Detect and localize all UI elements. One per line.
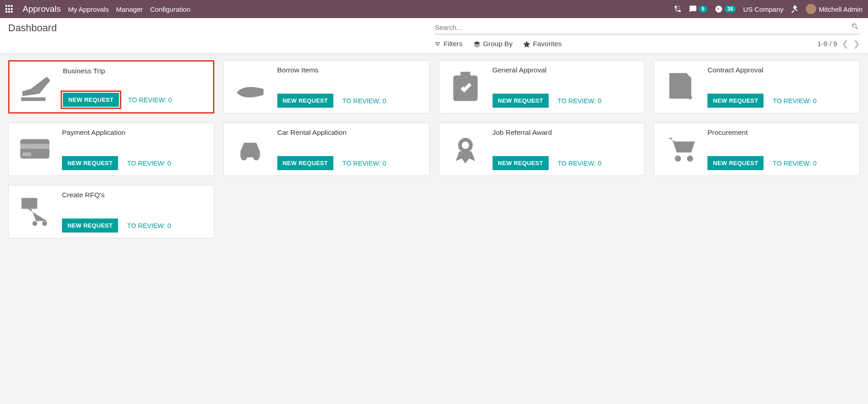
card-title: Create RFQ's [62, 191, 209, 199]
avatar [806, 4, 816, 14]
top-navbar: Approvals My Approvals Manager Configura… [0, 0, 868, 18]
rfq-icon [14, 190, 56, 233]
filter-group: Filters Group By Favorites [434, 40, 562, 48]
new-request-button[interactable]: NEW REQUEST [277, 94, 333, 108]
discuss-badge: 5 [699, 5, 707, 13]
page-title: Dashboard [8, 22, 57, 34]
card-title: Procurement [707, 128, 854, 137]
to-review-link[interactable]: TO REVIEW: 0 [342, 160, 386, 167]
app-name[interactable]: Approvals [23, 4, 61, 14]
card-title: Borrow Items [277, 66, 424, 74]
cart-icon [659, 128, 701, 170]
favorites-dropdown[interactable]: Favorites [523, 40, 562, 48]
discuss-icon[interactable]: 5 [689, 5, 707, 13]
search-input[interactable] [435, 24, 852, 31]
approval-card[interactable]: Create RFQ's NEW REQUEST TO REVIEW: 0 [8, 185, 214, 238]
approval-card[interactable]: Procurement NEW REQUEST TO REVIEW: 0 [654, 123, 860, 176]
card-title: Job Referral Award [493, 128, 639, 137]
approval-card[interactable]: Car Rental Application NEW REQUEST TO RE… [223, 123, 430, 176]
pager-next-icon[interactable]: ❯ [853, 39, 860, 49]
group-by-dropdown[interactable]: Group By [474, 40, 512, 48]
new-request-button[interactable]: NEW REQUEST [707, 156, 764, 170]
approval-card[interactable]: Business Trip NEW REQUEST TO REVIEW: 0 [8, 60, 214, 114]
nav-left: Approvals My Approvals Manager Configura… [5, 4, 190, 14]
to-review-link[interactable]: TO REVIEW: 0 [773, 160, 816, 167]
company-switcher[interactable]: US Company [743, 5, 783, 13]
new-request-button[interactable]: NEW REQUEST [63, 93, 119, 107]
new-request-button[interactable]: NEW REQUEST [707, 94, 764, 108]
user-name: Mitchell Admin [819, 5, 863, 13]
debug-tools-icon[interactable] [791, 5, 799, 13]
menu-my-approvals[interactable]: My Approvals [68, 5, 109, 13]
company-name: US Company [743, 5, 783, 13]
user-menu[interactable]: Mitchell Admin [806, 4, 863, 14]
to-review-link[interactable]: TO REVIEW: 0 [127, 222, 171, 229]
card-title: Car Rental Application [277, 128, 424, 137]
pager-range: 1-9 / 9 [817, 40, 837, 48]
clipboard-icon [445, 65, 486, 108]
menu-manager[interactable]: Manager [116, 5, 143, 13]
to-review-link[interactable]: TO REVIEW: 0 [342, 97, 386, 105]
new-request-button[interactable]: NEW REQUEST [493, 94, 549, 108]
contract-icon [659, 65, 701, 108]
to-review-link[interactable]: TO REVIEW: 0 [773, 97, 816, 105]
activities-icon[interactable]: 36 [715, 5, 736, 13]
card-title: General Approval [493, 66, 639, 74]
new-request-button[interactable]: NEW REQUEST [62, 156, 118, 170]
award-icon [445, 128, 486, 170]
to-review-link[interactable]: TO REVIEW: 0 [558, 97, 602, 105]
car-icon [229, 128, 271, 170]
activities-badge: 36 [725, 5, 736, 13]
approval-card[interactable]: Contract Approval NEW REQUEST TO REVIEW:… [654, 60, 860, 114]
to-review-link[interactable]: TO REVIEW: 0 [127, 160, 171, 167]
pager: 1-9 / 9 ❮ ❯ [817, 39, 860, 49]
menu-configuration[interactable]: Configuration [150, 5, 190, 13]
favorites-label: Favorites [533, 40, 562, 48]
approval-card[interactable]: Job Referral Award NEW REQUEST TO REVIEW… [439, 123, 645, 176]
approval-card[interactable]: General Approval NEW REQUEST TO REVIEW: … [439, 60, 645, 114]
card-title: Payment Application [62, 128, 209, 137]
search-icon[interactable] [851, 23, 859, 32]
new-request-button[interactable]: NEW REQUEST [493, 156, 549, 170]
card-title: Contract Approval [707, 66, 854, 74]
card-title: Business Trip [63, 67, 208, 75]
to-review-link[interactable]: TO REVIEW: 0 [128, 96, 172, 104]
control-panel: Dashboard Filters Group By Favorites 1-9 [0, 18, 868, 54]
new-request-button[interactable]: NEW REQUEST [277, 156, 333, 170]
approval-card[interactable]: Payment Application NEW REQUEST TO REVIE… [8, 123, 214, 176]
group-by-label: Group By [483, 40, 512, 48]
apps-launcher-icon[interactable] [5, 5, 14, 13]
approval-card[interactable]: Borrow Items NEW REQUEST TO REVIEW: 0 [223, 60, 430, 114]
to-review-link[interactable]: TO REVIEW: 0 [558, 160, 602, 167]
filters-label: Filters [444, 40, 463, 48]
search-box[interactable] [434, 22, 860, 34]
approval-cards-grid: Business Trip NEW REQUEST TO REVIEW: 0 B… [0, 54, 868, 245]
nav-right: 5 36 US Company Mitchell Admin [674, 4, 863, 14]
card-icon [14, 128, 56, 170]
filters-dropdown[interactable]: Filters [434, 40, 463, 48]
phone-icon[interactable] [674, 5, 682, 13]
new-request-button[interactable]: NEW REQUEST [62, 219, 118, 233]
hand-icon [229, 65, 271, 108]
plane-icon [15, 66, 57, 107]
pager-prev-icon[interactable]: ❮ [842, 39, 849, 49]
